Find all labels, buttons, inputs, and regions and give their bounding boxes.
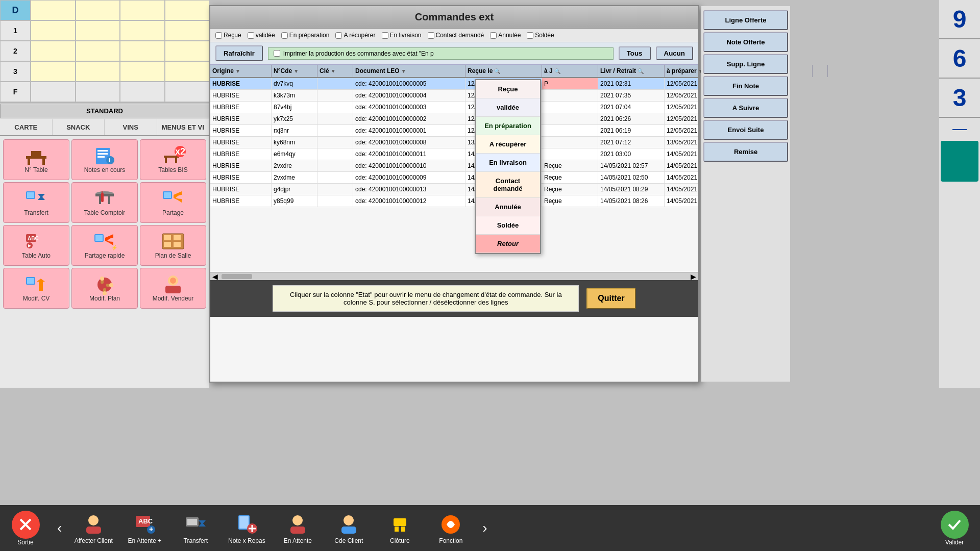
imprimer-checkbox[interactable] <box>274 50 280 57</box>
table-row[interactable]: HUBRISE e6m4qy cde: 42000100100000011 14… <box>210 148 698 160</box>
svg-rect-38 <box>27 278 34 284</box>
th-document: Document LEO▼ <box>353 65 465 77</box>
table-item-modif-cv[interactable]: Modif. CV <box>3 268 69 309</box>
en-attente-plus-label: En Attente + <box>128 537 161 544</box>
svg-marker-16 <box>38 196 45 200</box>
sortie-icon <box>12 511 40 539</box>
table-row[interactable]: HUBRISE dv7kvq cde: 42000100100000005 12… <box>210 78 698 90</box>
ligne-offerte-button[interactable]: Ligne Offerte <box>703 10 788 30</box>
checkbox-recue[interactable] <box>215 32 222 39</box>
svg-rect-0 <box>26 156 46 159</box>
td-origine: HUBRISE <box>210 102 272 113</box>
table-item-notes[interactable]: i Notes en cours <box>71 139 138 180</box>
table-item-modif-plan[interactable]: Modif. Plan <box>71 268 138 309</box>
table-row[interactable]: HUBRISE 2vxdre cde: 42000100100000010 14… <box>210 160 698 172</box>
table-item-auto[interactable]: ABC▶ Table Auto <box>3 225 69 266</box>
table-item-partage[interactable]: Partage <box>140 182 206 223</box>
fin-note-button[interactable]: Fin Note <box>703 76 788 96</box>
transfert-button[interactable]: Transfert <box>170 509 221 547</box>
dropdown-en-preparation[interactable]: En préparation <box>476 117 540 135</box>
table-item-comptoir[interactable]: Table Comptoir <box>71 182 138 223</box>
valider-label: Valider <box>945 539 964 546</box>
a-suivre-button[interactable]: A Suivre <box>703 98 788 118</box>
table-row[interactable]: HUBRISE 2vxdme cde: 42000100100000009 14… <box>210 172 698 184</box>
table-row[interactable]: HUBRISE 87v4bj cde: 42000100100000003 12… <box>210 102 698 113</box>
tous-button[interactable]: Tous <box>619 46 651 60</box>
fonction-button[interactable]: Fonction <box>425 509 476 547</box>
filter-en-livraison[interactable]: En livraison <box>382 32 422 39</box>
scroll-right-btn[interactable]: ▶ <box>689 272 698 281</box>
note-repas-button[interactable]: Note x Repas <box>221 509 272 547</box>
td-livr: 12/05/2021 10:30 <box>665 102 698 113</box>
dropdown-validee[interactable]: validée <box>476 98 540 117</box>
valider-button[interactable]: Valider <box>929 508 980 549</box>
table-item-ntable[interactable]: N° Table <box>3 139 69 180</box>
th-livr: Livr / Retrait🔍 <box>598 65 665 77</box>
table-row[interactable]: HUBRISE ky68nm cde: 42000100100000008 13… <box>210 137 698 148</box>
checkbox-a-recuperer[interactable] <box>335 32 342 39</box>
refresh-button[interactable]: Rafraîchir <box>215 45 263 61</box>
table-row[interactable]: HUBRISE rxj3nr cde: 42000100100000001 12… <box>210 125 698 137</box>
en-attente-plus-button[interactable]: ABC+ En Attente + <box>119 509 170 547</box>
dropdown-recue[interactable]: Reçue <box>476 80 540 98</box>
table-item-partage-rapide-label: Partage rapide <box>85 252 125 259</box>
note-offerte-button[interactable]: Note Offerte <box>703 32 788 52</box>
table-item-modif-vendeur[interactable]: Modif. Vendeur <box>140 268 206 309</box>
quitter-button[interactable]: Quitter <box>586 288 635 309</box>
checkbox-validee[interactable] <box>248 32 254 39</box>
checkbox-en-preparation[interactable] <box>281 32 288 39</box>
filter-soldee-label: Soldée <box>535 32 554 39</box>
horizontal-scrollbar[interactable]: ◀ ▶ <box>210 272 698 280</box>
filter-annulee[interactable]: Annulée <box>490 32 521 39</box>
cloture-button[interactable]: Clôture <box>374 509 425 547</box>
affecter-client-button[interactable]: Affecter Client <box>68 509 119 547</box>
table-item-plan-salle-label: Plan de Salle <box>155 252 191 259</box>
sortie-button[interactable]: Sortie <box>0 508 51 549</box>
table-item-ntable-label: N° Table <box>24 166 47 173</box>
dropdown-soldee[interactable]: Soldée <box>476 216 540 235</box>
dropdown-en-livraison[interactable]: En livraison <box>476 154 540 172</box>
scroll-left-btn[interactable]: ◀ <box>210 272 220 281</box>
dropdown-contact[interactable]: Contact demandé <box>476 172 540 198</box>
remise-button[interactable]: Remise <box>703 142 788 162</box>
next-arrow-button[interactable]: › <box>476 520 493 536</box>
filter-recue[interactable]: Reçue <box>215 32 241 39</box>
grid-32 <box>76 61 120 82</box>
checkbox-soldee[interactable] <box>527 32 533 39</box>
table-item-tables-bis[interactable]: x2 Tables BIS <box>140 139 206 180</box>
table-item-transfert[interactable]: Transfert <box>3 182 69 223</box>
menu-tabs: CARTE SNACK VINS MENUS ET VI <box>0 119 209 136</box>
tab-snack[interactable]: SNACK <box>53 119 105 135</box>
table-item-plan-salle[interactable]: Plan de Salle <box>140 225 206 266</box>
dropdown-a-recuperer[interactable]: A récupérer <box>476 135 540 154</box>
table-item-partage-rapide[interactable]: ⚡ Partage rapide <box>71 225 138 266</box>
filter-en-preparation[interactable]: En préparation <box>281 32 330 39</box>
scrollbar-thumb[interactable] <box>222 274 252 279</box>
tab-carte[interactable]: CARTE <box>0 119 53 135</box>
dropdown-retour[interactable]: Retour <box>476 235 540 253</box>
dropdown-annulee[interactable]: Annulée <box>476 198 540 216</box>
prev-arrow-button[interactable]: ‹ <box>51 520 68 536</box>
svg-rect-20 <box>108 196 110 204</box>
table-row[interactable]: HUBRISE y85q99 cde: 42000100100000012 14… <box>210 195 698 207</box>
table-row[interactable]: HUBRISE k3k73m cde: 42000100100000004 12… <box>210 90 698 102</box>
envoi-suite-button[interactable]: Envoi Suite <box>703 120 788 140</box>
checkbox-en-livraison[interactable] <box>382 32 388 39</box>
filter-validee[interactable]: validée <box>248 32 275 39</box>
table-row[interactable]: HUBRISE g4djpr cde: 42000100100000013 14… <box>210 184 698 195</box>
checkbox-contact[interactable] <box>428 32 434 39</box>
filter-soldee[interactable]: Soldée <box>527 32 554 39</box>
tab-menus[interactable]: MENUS ET VI <box>157 119 210 135</box>
checkbox-annulee[interactable] <box>490 32 497 39</box>
td-document: cde: 42000100100000010 <box>353 160 465 171</box>
td-origine: HUBRISE <box>210 160 272 171</box>
supp-ligne-button[interactable]: Supp. Ligne <box>703 54 788 74</box>
tab-vins[interactable]: VINS <box>105 119 157 135</box>
cde-client-button[interactable]: Cde Client <box>323 509 374 547</box>
filter-contact[interactable]: Contact demandé <box>428 32 484 39</box>
svg-rect-30 <box>95 235 103 241</box>
filter-a-recuperer[interactable]: A récupérer <box>335 32 375 39</box>
aucun-button[interactable]: Aucun <box>656 46 693 60</box>
table-row[interactable]: HUBRISE yk7x25 cde: 42000100100000002 12… <box>210 113 698 125</box>
en-attente-button[interactable]: En Attente <box>272 509 323 547</box>
